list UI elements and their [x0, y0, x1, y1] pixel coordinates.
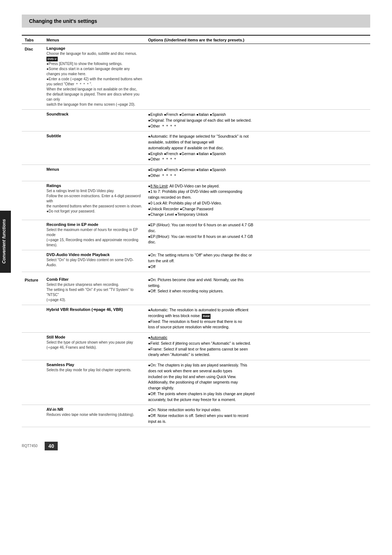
options-cell: ●On: Noise reduction works for input vid… [145, 405, 370, 427]
tab-cell: Picture [22, 275, 44, 305]
table-row: Still ModeSelect the type of picture sho… [22, 333, 370, 360]
tab-cell [22, 405, 44, 427]
menu-cell: Menus [44, 165, 145, 181]
options-cell: ●Automatic: The resolution is automated … [145, 305, 370, 332]
tab-cell [22, 360, 44, 405]
tab-cell [22, 333, 44, 360]
table-row: PictureComb FilterSelect the picture sha… [22, 275, 370, 305]
menu-cell: Still ModeSelect the type of picture sho… [44, 333, 145, 360]
col-header-options: Options (Underlined items are the factor… [145, 35, 370, 44]
menu-cell: Recording time in EP modeSelect the maxi… [44, 220, 145, 250]
options-cell: ●English ●French ●German ●Italian ●Spani… [145, 165, 370, 181]
table-row: RatingsSet a ratings level to limit DVD-… [22, 181, 370, 220]
rqt-code: RQT7450 [22, 444, 37, 448]
menu-cell: Comb FilterSelect the picture sharpness … [44, 275, 145, 305]
table-row: Seamless PlaySelects the play mode for p… [22, 360, 370, 405]
table-row: Hybrid VBR Resolution (➾page 46, VBR)●Au… [22, 305, 370, 332]
menu-cell: LanguageChoose the language for audio, s… [44, 44, 145, 110]
sidebar-label: Convenient functions [0, 216, 8, 267]
page-number: 40 [45, 442, 58, 450]
options-cell: ●English ●French ●German ●Italian ●Spani… [145, 110, 370, 131]
convenient-functions-sidebar: Convenient functions [0, 211, 11, 273]
options-cell: ●On: Pictures become clear and vivid. No… [145, 275, 370, 305]
col-header-tabs: Tabs [22, 35, 44, 44]
menu-cell: DVD-Audio Video mode PlaybackSelect "On"… [44, 250, 145, 272]
tab-cell [22, 250, 44, 272]
page-title: Changing the unit's settings [29, 18, 97, 24]
tab-cell [22, 220, 44, 250]
page-footer: RQT7450 40 [22, 442, 370, 450]
tab-cell [22, 131, 44, 165]
menu-cell: Soundtrack [44, 110, 145, 131]
options-cell: ●Automatic: If the language selected for… [145, 131, 370, 165]
menu-cell: RatingsSet a ratings level to limit DVD-… [44, 181, 145, 220]
options-cell: ●Automatic●Field: Select if jittering oc… [145, 333, 370, 360]
options-cell: ●EP (6Hour): You can record for 6 hours … [145, 220, 370, 250]
tab-cell: Disc [22, 44, 44, 110]
tab-cell [22, 305, 44, 332]
options-cell: ●On: The chapters in play lists are play… [145, 360, 370, 405]
options-cell: ●On: The setting returns to "Off" when y… [145, 250, 370, 272]
menu-cell: AV-in NRReduces video tape noise while t… [44, 405, 145, 427]
table-row: Subtitle●Automatic: If the language sele… [22, 131, 370, 165]
menu-cell: Seamless PlaySelects the play mode for p… [44, 360, 145, 405]
table-row: Recording time in EP modeSelect the maxi… [22, 220, 370, 250]
tab-cell [22, 165, 44, 181]
page-header: Changing the unit's settings [22, 15, 370, 28]
table-row: AV-in NRReduces video tape noise while t… [22, 405, 370, 427]
table-row: DiscLanguageChoose the language for audi… [22, 44, 370, 110]
col-header-menus: Menus [44, 35, 145, 44]
options-cell: ●8 No Limit: All DVD-Video can be played… [145, 181, 370, 220]
table-row: Menus●English ●French ●German ●Italian ●… [22, 165, 370, 181]
tab-cell [22, 181, 44, 220]
table-row: Soundtrack●English ●French ●German ●Ital… [22, 110, 370, 131]
options-cell [145, 44, 370, 110]
tab-cell [22, 110, 44, 131]
menu-cell: Hybrid VBR Resolution (➾page 46, VBR) [44, 305, 145, 332]
main-settings-table: Tabs Menus Options (Underlined items are… [22, 35, 370, 427]
menu-cell: Subtitle [44, 131, 145, 165]
table-row: DVD-Audio Video mode PlaybackSelect "On"… [22, 250, 370, 272]
